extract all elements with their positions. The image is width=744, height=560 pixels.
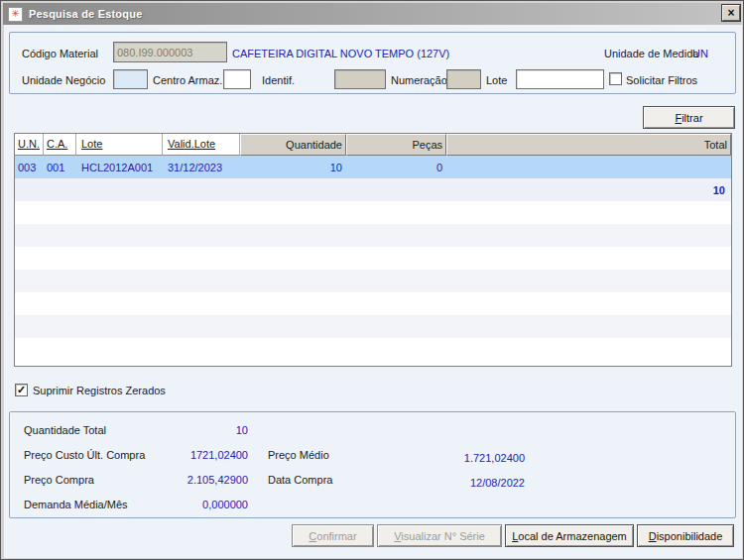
local-armazenagem-button[interactable]: Local de Armazenagem [505, 524, 634, 547]
preco-medio-value: 1.721,02400 [337, 452, 525, 464]
table-empty-row [15, 338, 731, 361]
numeracao-label: Numeração [391, 74, 447, 86]
codigo-material-label: Código Material [22, 48, 98, 59]
table-empty-row [15, 247, 731, 270]
centro-armaz-field[interactable] [223, 69, 251, 89]
col-header-un[interactable]: U.N. [15, 134, 44, 156]
cell-pecas: 0 [346, 162, 446, 173]
cell-lote: HCL2012A001 [76, 162, 163, 173]
numeracao-field[interactable] [446, 69, 481, 89]
titlebar: ✳ Pesquisa de Estoque [3, 3, 741, 25]
cell-valid-lote: 31/12/2023 [163, 162, 240, 173]
material-descricao: CAFETEIRA DIGITAL NOVO TEMPO (127V) [232, 48, 449, 59]
col-header-total[interactable]: Total [446, 134, 731, 156]
codigo-material-field[interactable] [113, 42, 227, 62]
table-empty-row [15, 201, 731, 224]
col-header-pecas[interactable]: Peças [346, 134, 446, 156]
client-area: Código Material CAFETEIRA DIGITAL NOVO T… [4, 25, 742, 558]
solicitar-filtros-label: Solicitar Filtros [626, 74, 697, 86]
app-icon: ✳ [8, 7, 23, 22]
preco-medio-label: Preço Médio [268, 449, 329, 461]
table-total-row: 10 [15, 178, 731, 201]
quantidade-total-label: Quantidade Total [24, 424, 106, 436]
suprimir-registros-checkbox[interactable]: ✓ [15, 384, 28, 396]
visualizar-serie-button[interactable]: Visualizar N° Série [377, 524, 502, 547]
unidade-negocio-field[interactable] [113, 69, 148, 89]
identif-field[interactable] [334, 69, 386, 89]
col-header-valid-lote[interactable]: Valid.Lote [163, 134, 240, 156]
demanda-media-value: 0,000000 [99, 499, 248, 510]
data-compra-label: Data Compra [268, 474, 332, 486]
filtrar-button[interactable]: Filtrar [643, 106, 735, 129]
grid-header: U.N. C.A. Lote Valid.Lote Quantidade Peç… [15, 134, 731, 156]
unidade-negocio-label: Unidade Negócio [22, 74, 105, 86]
table-empty-row [15, 315, 731, 338]
col-header-ca[interactable]: C.A. [44, 134, 76, 156]
results-grid: U.N. C.A. Lote Valid.Lote Quantidade Peç… [14, 133, 732, 367]
table-empty-row [15, 270, 731, 292]
confirmar-button[interactable]: Confirmar [292, 524, 374, 547]
summary-panel: Quantidade Total 10 Preço Custo Últ. Com… [9, 411, 736, 518]
solicitar-filtros-checkbox[interactable] [609, 72, 622, 85]
dialog-pesquisa-de-estoque: ✳ Pesquisa de Estoque × Código Material … [0, 0, 744, 560]
cell-un: 003 [15, 162, 44, 173]
centro-armaz-label: Centro Armaz. [153, 74, 222, 86]
cell-ca: 001 [44, 162, 76, 173]
filter-panel: Código Material CAFETEIRA DIGITAL NOVO T… [9, 32, 736, 94]
close-button[interactable]: × [722, 5, 740, 21]
lote-label: Lote [486, 74, 507, 86]
quantidade-total-value: 10 [99, 424, 248, 436]
col-header-quantidade[interactable]: Quantidade [240, 134, 346, 156]
table-empty-row [15, 224, 731, 247]
cell-quantidade: 10 [240, 162, 346, 173]
grand-total-value: 10 [446, 184, 731, 196]
unidade-medida-value: UN [692, 48, 708, 59]
disponibilidade-button[interactable]: Disponibilidade [637, 524, 734, 547]
lote-field[interactable] [516, 69, 604, 89]
table-row[interactable]: 003 001 HCL2012A001 31/12/2023 10 0 [15, 156, 731, 178]
col-header-lote[interactable]: Lote [76, 134, 163, 156]
unidade-medida-label: Unidade de Medida [604, 48, 698, 59]
preco-compra-label: Preço Compra [24, 474, 94, 486]
window-title: Pesquisa de Estoque [29, 8, 142, 20]
data-compra-value: 12/08/2022 [337, 477, 525, 489]
preco-compra-value: 2.105,42900 [99, 474, 248, 486]
identif-label: Identif. [262, 74, 295, 86]
preco-custo-value: 1721,02400 [99, 449, 248, 461]
suprimir-registros-label: Suprimir Registros Zerados [33, 385, 166, 396]
table-empty-row [15, 292, 731, 315]
